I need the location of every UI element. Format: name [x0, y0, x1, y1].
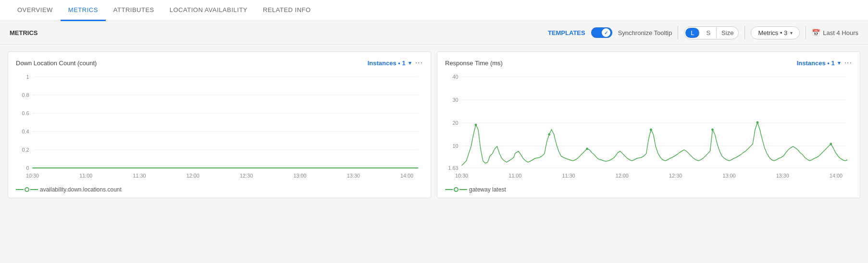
svg-point-36: [830, 143, 832, 145]
chart1-legend: availability.down.locations.count: [16, 186, 423, 193]
nav-overview[interactable]: OVERVIEW: [10, 0, 61, 21]
svg-text:10: 10: [453, 143, 459, 149]
svg-text:12:30: 12:30: [669, 173, 682, 179]
svg-text:0.8: 0.8: [22, 92, 29, 98]
metrics-header: METRICS TEMPLATES ✓ Synchronize Tooltip …: [0, 21, 868, 45]
svg-text:11:30: 11:30: [562, 173, 575, 179]
svg-point-32: [586, 148, 588, 150]
svg-text:13:30: 13:30: [776, 173, 789, 179]
chart1-legend-label: availability.down.locations.count: [40, 186, 122, 193]
svg-text:11:00: 11:00: [79, 173, 92, 179]
chart2-svg: 40 30 20 10 1.63: [445, 72, 852, 182]
templates-label: TEMPLATES: [548, 29, 585, 36]
svg-text:10:30: 10:30: [26, 173, 39, 179]
svg-text:10:30: 10:30: [455, 173, 468, 179]
size-label: Size: [716, 27, 738, 38]
legend-circle-icon: [25, 187, 29, 192]
chart-response-time: Response Time (ms) Instances • 1 ▾ ··· 4…: [437, 51, 860, 198]
svg-text:13:00: 13:00: [722, 173, 735, 179]
chevron-down-icon: ▾: [838, 60, 841, 66]
last-hours-label: Last 4 Hours: [823, 29, 858, 36]
top-nav: OVERVIEW METRICS ATTRIBUTES LOCATION AVA…: [0, 0, 868, 21]
calendar-icon: 📅: [812, 29, 820, 36]
legend-icon-2: [445, 187, 467, 192]
chart1-legend-line: availability.down.locations.count: [16, 186, 122, 193]
svg-point-34: [711, 129, 714, 131]
chart2-legend: gateway latest: [445, 186, 852, 193]
chart1-area: 1 0.8 0.6 0.4 0.2 0 10:30 11:00 11:30: [16, 72, 423, 182]
chevron-down-icon: ▾: [790, 30, 793, 36]
svg-text:0.6: 0.6: [22, 110, 29, 116]
chart2-title: Response Time (ms): [445, 60, 503, 67]
svg-point-30: [475, 124, 477, 126]
divider-3: [806, 26, 806, 39]
svg-text:1.63: 1.63: [448, 165, 459, 171]
svg-text:0: 0: [26, 165, 29, 171]
size-large-btn[interactable]: L: [685, 28, 699, 38]
divider-2: [744, 26, 745, 39]
size-small-btn[interactable]: S: [700, 27, 716, 38]
svg-point-33: [650, 129, 652, 131]
svg-text:12:00: 12:00: [616, 173, 629, 179]
svg-text:13:00: 13:00: [293, 173, 306, 179]
legend-dash-3: [445, 189, 453, 190]
chart2-legend-label: gateway latest: [469, 186, 506, 193]
svg-text:11:00: 11:00: [508, 173, 521, 179]
size-selector[interactable]: L S Size: [684, 26, 739, 39]
svg-text:14:00: 14:00: [830, 173, 843, 179]
legend-dash: [16, 189, 24, 190]
legend-icon: [16, 187, 38, 192]
svg-point-31: [548, 133, 550, 136]
chart-down-location-count: Down Location Count (count) Instances • …: [8, 51, 431, 198]
chart1-header: Down Location Count (count) Instances • …: [16, 59, 423, 67]
svg-text:30: 30: [453, 97, 459, 103]
divider-1: [678, 26, 678, 39]
chevron-down-icon: ▾: [409, 60, 411, 66]
chart1-title: Down Location Count (count): [16, 60, 97, 67]
nav-location-availability[interactable]: LOCATION AVAILABILITY: [162, 0, 255, 21]
nav-attributes[interactable]: ATTRIBUTES: [106, 0, 162, 21]
metrics-dropdown-label: Metrics • 3: [758, 29, 787, 36]
chart1-instances-label: Instances • 1: [368, 60, 406, 67]
header-controls: TEMPLATES ✓ Synchronize Tooltip L S Size…: [548, 26, 858, 39]
legend-dash-2: [30, 189, 38, 190]
svg-text:1: 1: [26, 74, 29, 80]
chart2-area: 40 30 20 10 1.63: [445, 72, 852, 182]
legend-circle-icon-2: [454, 187, 459, 192]
last-hours-selector[interactable]: 📅 Last 4 Hours: [812, 29, 858, 36]
svg-text:0.4: 0.4: [22, 129, 29, 134]
chart2-menu[interactable]: ···: [844, 59, 852, 67]
nav-metrics[interactable]: METRICS: [61, 0, 106, 21]
legend-dash-4: [459, 189, 467, 190]
nav-related-info[interactable]: RELATED INFO: [255, 0, 319, 21]
chart2-instances-label: Instances • 1: [797, 60, 835, 67]
svg-point-35: [756, 121, 759, 124]
svg-text:12:30: 12:30: [240, 173, 253, 179]
chart1-instances[interactable]: Instances • 1 ▾: [368, 60, 411, 67]
svg-text:14:00: 14:00: [400, 173, 413, 179]
svg-text:0.2: 0.2: [22, 147, 29, 153]
svg-text:40: 40: [453, 74, 459, 80]
svg-text:11:30: 11:30: [133, 173, 146, 179]
charts-container: Down Location Count (count) Instances • …: [0, 45, 868, 205]
toggle-check-icon: ✓: [604, 30, 608, 36]
metrics-title: METRICS: [10, 29, 38, 36]
svg-text:13:30: 13:30: [347, 173, 360, 179]
chart2-header: Response Time (ms) Instances • 1 ▾ ···: [445, 59, 852, 67]
chart2-instances[interactable]: Instances • 1 ▾: [797, 60, 841, 67]
chart2-legend-line: gateway latest: [445, 186, 506, 193]
svg-text:12:00: 12:00: [186, 173, 199, 179]
toggle-knob: ✓: [602, 28, 610, 37]
metrics-dropdown[interactable]: Metrics • 3 ▾: [751, 26, 800, 39]
sync-tooltip-label: Synchronize Tooltip: [618, 29, 672, 36]
svg-text:20: 20: [453, 120, 459, 126]
toggle-switch[interactable]: ✓: [591, 27, 612, 38]
chart1-svg: 1 0.8 0.6 0.4 0.2 0 10:30 11:00 11:30: [16, 72, 423, 182]
chart1-menu[interactable]: ···: [415, 59, 423, 67]
